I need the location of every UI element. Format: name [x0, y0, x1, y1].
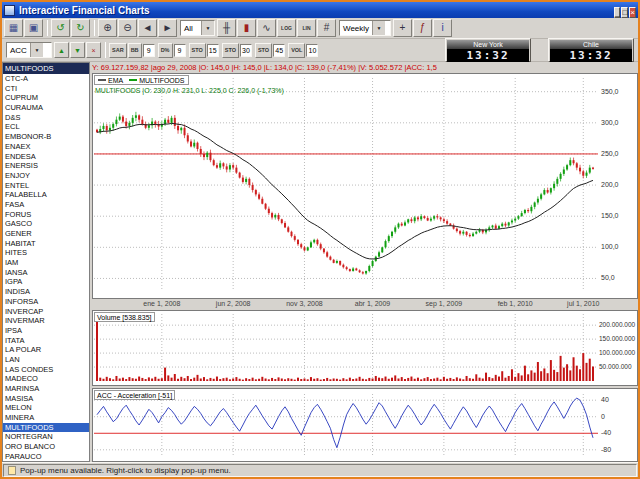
linear-scale-button[interactable]: LIN: [297, 19, 316, 37]
sidebar-item-oro-blanco[interactable]: ORO BLANCO: [3, 442, 89, 452]
sidebar-item-iam[interactable]: IAM: [3, 258, 89, 268]
svg-text:50.000.000: 50.000.000: [599, 363, 632, 370]
sidebar-item-enjoy[interactable]: ENJOY: [3, 171, 89, 181]
sidebar-item-iansa[interactable]: IANSA: [3, 268, 89, 278]
sidebar-item-itata[interactable]: ITATA: [3, 336, 89, 346]
sidebar-item-fasa[interactable]: FASA: [3, 200, 89, 210]
indicator-select[interactable]: ACC▼: [6, 42, 52, 58]
redo-icon: ↻: [76, 23, 84, 33]
new-chart-button[interactable]: ▦: [4, 19, 23, 37]
indicator-bb-button[interactable]: BB: [128, 43, 142, 58]
sidebar-item-melon[interactable]: MELON: [3, 403, 89, 413]
line-chart-button[interactable]: ∿: [257, 19, 276, 37]
sidebar-item-cuprum[interactable]: CUPRUM: [3, 93, 89, 103]
indicator-d-value[interactable]: 9: [174, 44, 186, 57]
sidebar-item-invercap[interactable]: INVERCAP: [3, 307, 89, 317]
content-area: MULTIFOODS CTC-ACTICUPRUMCURAUMAD&SECLEM…: [2, 62, 638, 462]
sidebar-item-enaex[interactable]: ENAEX: [3, 142, 89, 152]
sidebar-item-curauma[interactable]: CURAUMA: [3, 103, 89, 113]
acc-chart[interactable]: 400-40-80 ACC - Acceleration [-51]: [92, 388, 638, 462]
price-plot[interactable]: 350,0300,0250,0200,0150,0100,050,0: [93, 74, 638, 299]
indicator-up-button[interactable]: ▲: [54, 42, 69, 58]
grid-toggle-button[interactable]: #: [317, 19, 336, 37]
sidebar-item-parauco[interactable]: PARAUCO: [3, 452, 89, 462]
chevron-down-icon[interactable]: ▼: [372, 21, 385, 35]
save-image-button[interactable]: ▣: [24, 19, 43, 37]
sidebar-item-multifoods[interactable]: MULTIFOODS: [3, 423, 89, 433]
crosshair-button[interactable]: +: [393, 19, 412, 37]
sidebar-item-hites[interactable]: HITES: [3, 248, 89, 258]
sidebar-item-madeco[interactable]: MADECO: [3, 374, 89, 384]
indicator-bb-value[interactable]: 9: [143, 44, 155, 57]
volume-plot[interactable]: 200.000.000150.000.000100.000.00050.000.…: [93, 311, 638, 386]
clock-new-york: New York 13:32: [445, 38, 531, 62]
sidebar-item-marinsa[interactable]: MARINSA: [3, 384, 89, 394]
zoom-in-button[interactable]: ⊕: [98, 19, 117, 37]
sidebar-item-invermar[interactable]: INVERMAR: [3, 316, 89, 326]
indicator-sto30-button[interactable]: STO: [222, 43, 239, 58]
sidebar-item-minera[interactable]: MINERA: [3, 413, 89, 423]
indicator-delete-button[interactable]: ×: [86, 42, 101, 58]
indicator-sto45-value[interactable]: 45: [273, 44, 285, 57]
x-axis-tick: abr 1, 2009: [355, 300, 390, 307]
x-axis-tick: jun 2, 2008: [216, 300, 251, 307]
sidebar-item-las-condes[interactable]: LAS CONDES: [3, 365, 89, 375]
sidebar-item-igpa[interactable]: IGPA: [3, 277, 89, 287]
sidebar-item-habitat[interactable]: HABITAT: [3, 239, 89, 249]
clock-new-york-label: New York: [447, 40, 529, 49]
ohlc-bars-button[interactable]: ╫: [217, 19, 236, 37]
chevron-down-icon[interactable]: ▼: [30, 43, 43, 57]
sidebar-item-endesa[interactable]: ENDESA: [3, 152, 89, 162]
sidebar-item-forus[interactable]: FORUS: [3, 210, 89, 220]
sidebar-item-ctc-a[interactable]: CTC-A: [3, 74, 89, 84]
minimize-button[interactable]: _: [614, 7, 620, 18]
main-toolbar: ▦▣↺↻⊕⊖◄►All▼╫▮∿LOGLIN#Weekly▼+ƒi: [2, 18, 638, 39]
sidebar-item-lan[interactable]: LAN: [3, 355, 89, 365]
sidebar-item-la-polar[interactable]: LA POLAR: [3, 345, 89, 355]
range-select[interactable]: All▼: [180, 20, 215, 36]
indicator-d-button[interactable]: D%: [158, 43, 173, 58]
svg-text:100.000.000: 100.000.000: [599, 349, 636, 356]
indicator-sar-button[interactable]: SAR: [109, 43, 127, 58]
info-button[interactable]: i: [433, 19, 452, 37]
log-scale-button[interactable]: LOG: [277, 19, 296, 37]
indicator-button[interactable]: ƒ: [413, 19, 432, 37]
sidebar-item-ecl[interactable]: ECL: [3, 122, 89, 132]
undo-button[interactable]: ↺: [51, 19, 70, 37]
maximize-button[interactable]: □: [621, 7, 628, 18]
sidebar-item-enersis[interactable]: ENERSIS: [3, 161, 89, 171]
pan-right-button[interactable]: ►: [158, 19, 177, 37]
sidebar-item-d-s[interactable]: D&S: [3, 113, 89, 123]
indicator-sto15-button[interactable]: STO: [189, 43, 206, 58]
candlestick-button[interactable]: ▮: [237, 19, 256, 37]
sidebar-item-entel[interactable]: ENTEL: [3, 181, 89, 191]
indicator-down-button[interactable]: ▼: [70, 42, 85, 58]
indicator-vol-value[interactable]: 10: [306, 44, 318, 57]
undo-icon: ↺: [56, 23, 64, 33]
svg-text:200,0: 200,0: [601, 181, 619, 188]
sidebar-item-falabella[interactable]: FALABELLA: [3, 190, 89, 200]
sidebar-item-gener[interactable]: GENER: [3, 229, 89, 239]
chart-legend: EMAMULTIFOODS: [94, 75, 189, 85]
sidebar-item-gasco[interactable]: GASCO: [3, 219, 89, 229]
indicator-sto45-button[interactable]: STO: [255, 43, 272, 58]
x-axis-tick: nov 3, 2008: [286, 300, 323, 307]
zoom-out-button[interactable]: ⊖: [118, 19, 137, 37]
sidebar-item-inforsa[interactable]: INFORSA: [3, 297, 89, 307]
indicator-vol-button[interactable]: VOL: [288, 43, 305, 58]
sidebar-item-embonor-b[interactable]: EMBONOR-B: [3, 132, 89, 142]
sidebar-item-cti[interactable]: CTI: [3, 84, 89, 94]
sidebar-item-masisa[interactable]: MASISA: [3, 394, 89, 404]
indicator-sto15-value[interactable]: 15: [207, 44, 219, 57]
pan-left-button[interactable]: ◄: [138, 19, 157, 37]
indicator-sto30-value[interactable]: 30: [240, 44, 252, 57]
chevron-down-icon[interactable]: ▼: [201, 21, 214, 35]
price-chart[interactable]: 350,0300,0250,0200,0150,0100,050,0 EMAMU…: [92, 73, 638, 299]
volume-chart[interactable]: 200.000.000150.000.000100.000.00050.000.…: [92, 310, 638, 386]
close-button[interactable]: ×: [629, 7, 636, 18]
redo-button[interactable]: ↻: [71, 19, 90, 37]
sidebar-item-nortegran[interactable]: NORTEGRAN: [3, 432, 89, 442]
period-select[interactable]: Weekly▼: [339, 20, 391, 36]
sidebar-item-indisa[interactable]: INDISA: [3, 287, 89, 297]
sidebar-item-ipsa[interactable]: IPSA: [3, 326, 89, 336]
